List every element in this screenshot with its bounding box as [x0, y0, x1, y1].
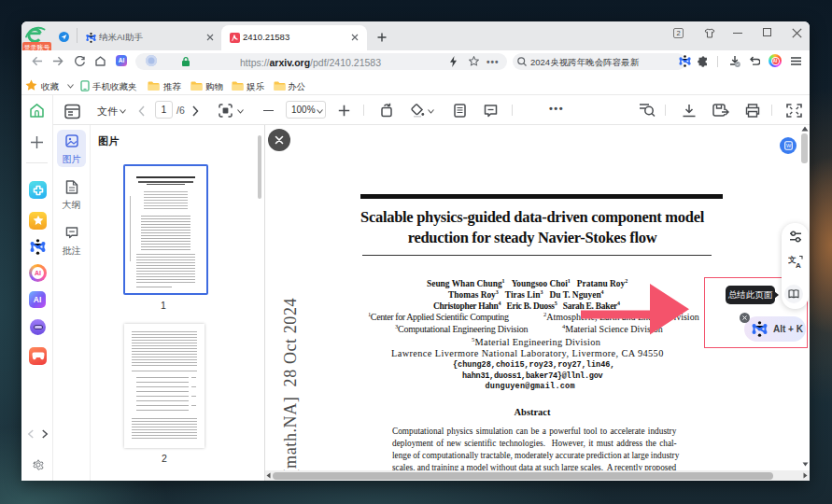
- svg-text:W: W: [785, 143, 791, 148]
- svg-text:A: A: [796, 261, 801, 269]
